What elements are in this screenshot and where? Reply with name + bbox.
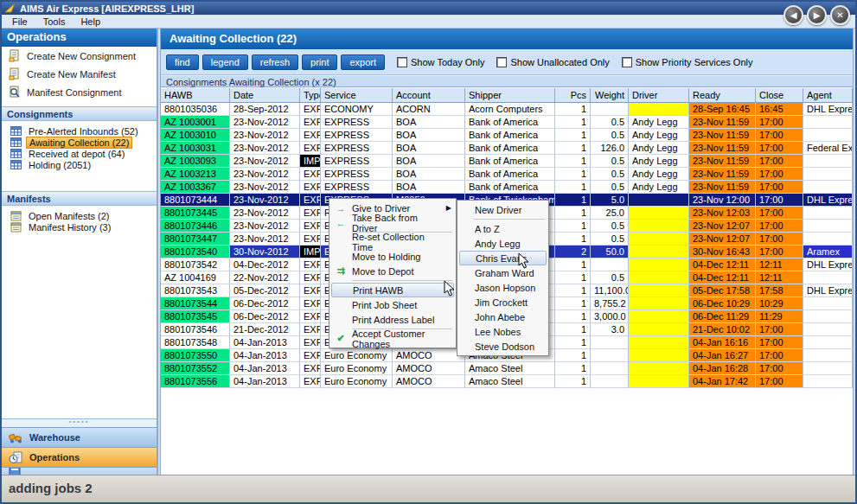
sidebar-tab-operations[interactable]: Operations — [2, 447, 157, 467]
sidebar-action-create-new-manifest[interactable]: Create New Manifest — [2, 65, 157, 83]
menu-item-graham-ward[interactable]: Graham Ward — [457, 265, 548, 280]
menu-item-take-back-from-driver[interactable]: ←Take Back from Driver — [329, 215, 456, 230]
menu-item-lee-nobes[interactable]: Lee Nobes — [457, 324, 548, 339]
checkbox-show-today-only[interactable]: Show Today Only — [397, 57, 484, 67]
column-header-pcs[interactable]: Pcs — [555, 88, 591, 103]
forward-button[interactable]: ▶ — [807, 5, 827, 25]
cell-hawb: 8801073545 — [161, 310, 230, 323]
column-header-account[interactable]: Account — [393, 88, 465, 103]
column-header-weight[interactable]: Weight — [591, 88, 629, 103]
cell-date: 23-Nov-2012 — [230, 233, 300, 246]
cell-hawb: 8801073447 — [161, 233, 230, 246]
export-button[interactable]: export — [341, 54, 385, 70]
sidebar-action-create-new-consignment[interactable]: Create New Consignment — [2, 47, 157, 65]
cell-pcs: 1 — [555, 181, 591, 194]
table-row[interactable]: AZ 100309323-Nov-2012IMPEXPRESSBOABank o… — [161, 155, 853, 168]
menu-item-print-hawb[interactable]: Print HAWB — [331, 283, 454, 297]
context-menu: →Give to Driver▶←Take Back from DriverRe… — [329, 198, 457, 348]
cell-date: 22-Nov-2012 — [230, 271, 300, 284]
sidebar-item-manifest-history-3[interactable]: Manifest History (3) — [2, 221, 157, 233]
legend-button[interactable]: legend — [202, 54, 248, 70]
cell-close: 12:11 — [756, 258, 803, 271]
column-header-hawb[interactable]: HAWB — [161, 88, 230, 103]
arrow-left-green-icon: ← — [334, 218, 348, 228]
cell-pcs: 1 — [555, 375, 591, 388]
menubar-item-help[interactable]: Help — [74, 16, 107, 28]
menu-item-accept-customer-changes[interactable]: ✔Accept Customer Changes — [329, 331, 456, 346]
menu-separator — [473, 219, 545, 220]
sidebar-action-manifest-consignment[interactable]: Manifest Consignment — [2, 83, 157, 101]
table-row[interactable]: AZ 100321323-Nov-2012EXPEXPRESSBOABank o… — [161, 168, 853, 181]
cell-type: EXP — [300, 181, 321, 194]
column-header-date[interactable]: Date — [230, 88, 300, 103]
menu-item-chris-evans[interactable]: Chris Evans — [459, 251, 547, 265]
table-row[interactable]: 880107355604-Jan-2013EXPEuro EconomyAMOC… — [161, 375, 853, 388]
cell-driver — [629, 258, 689, 271]
column-header-agent[interactable]: Agent — [803, 88, 853, 103]
cell-service: EXPRESS — [321, 142, 393, 155]
column-header-ready[interactable]: Ready — [689, 88, 756, 103]
sidebar-item-open-manifests-2[interactable]: Open Manifests (2) — [2, 210, 157, 221]
menu-item-jason-hopson[interactable]: Jason Hopson — [457, 280, 548, 295]
column-header-service[interactable]: Service — [321, 88, 393, 103]
splitter-grip-icon[interactable]: ••••• — [2, 419, 157, 427]
cell-pcs: 1 — [555, 103, 591, 116]
menu-item-a-to-z[interactable]: A to Z — [457, 221, 548, 236]
cell-type: EXP — [300, 362, 321, 375]
cell-weight: 0.5 — [591, 181, 629, 194]
column-header-type[interactable]: Type — [300, 88, 321, 103]
section-header-manifests: Manifests — [2, 191, 157, 206]
table-row[interactable]: 880103503628-Sep-2012EXPECONOMYACORNAcor… — [161, 103, 853, 116]
find-button[interactable]: find — [166, 54, 199, 70]
menu-item-re-set-collection-time[interactable]: Re-set Collection Time — [329, 234, 456, 249]
cell-date: 23-Nov-2012 — [230, 194, 300, 207]
menu-item-print-address-label[interactable]: Print Address Label — [329, 312, 456, 327]
close-button[interactable]: ✕ — [830, 5, 850, 25]
cell-agent: DHL Express — [803, 194, 853, 207]
sidebar-tab-warehouse[interactable]: Warehouse — [2, 427, 157, 447]
column-header-driver[interactable]: Driver — [629, 88, 689, 103]
cell-type: EXP — [300, 284, 321, 297]
cell-date: 23-Nov-2012 — [230, 155, 300, 168]
sidebar-item-holding-2051[interactable]: Holding (2051) — [2, 159, 157, 170]
sidebar-item-label: Pre-Alerted Inbounds (52) — [26, 126, 141, 137]
back-button[interactable]: ◀ — [783, 5, 803, 25]
menu-item-jim-crockett[interactable]: Jim Crockett — [457, 295, 548, 309]
table-row[interactable]: AZ 100300123-Nov-2012EXPEXPRESSBOABank o… — [161, 116, 853, 129]
checkbox-box-icon[interactable] — [496, 57, 507, 67]
menu-item-steve-dodson[interactable]: Steve Dodson — [457, 339, 548, 354]
column-header-shipper[interactable]: Shipper — [465, 88, 555, 103]
print-button[interactable]: print — [302, 54, 337, 70]
menu-item-andy-legg[interactable]: Andy Legg — [457, 236, 548, 251]
column-header-close[interactable]: Close — [756, 88, 803, 103]
sidebar-item-pre-alerted-inbounds-52[interactable]: Pre-Alerted Inbounds (52) — [2, 125, 157, 137]
checkbox-show-priority-services-only[interactable]: Show Priority Services Only — [622, 57, 753, 67]
refresh-button[interactable]: refresh — [252, 54, 298, 70]
cell-account: BOA — [393, 181, 465, 194]
menu-item-new-driver[interactable]: New Driver — [457, 202, 548, 217]
menubar-item-file[interactable]: File — [5, 16, 35, 28]
checkbox-show-unallocated-only[interactable]: Show Unallocated Only — [496, 57, 609, 67]
cell-agent — [803, 116, 853, 129]
menubar-item-tools[interactable]: Tools — [36, 16, 73, 28]
menu-item-move-to-holding[interactable]: Move to Holding — [329, 249, 456, 264]
table-row[interactable]: 880107355204-Jan-2013EXPEuro EconomyAMOC… — [161, 362, 853, 375]
checkbox-box-icon[interactable] — [622, 57, 632, 67]
menu-item-move-to-depot[interactable]: ⇉Move to Depot — [329, 264, 456, 278]
sidebar-tab-label: Warehouse — [29, 432, 80, 443]
sidebar-item-awaiting-collection-22[interactable]: Awaiting Collection (22) — [2, 137, 157, 148]
cell-weight: 3,000.0 — [591, 310, 629, 323]
table-row[interactable]: AZ 100303123-Nov-2012EXPEXPRESSBOABank o… — [161, 142, 853, 155]
cell-pcs: 1 — [555, 271, 591, 284]
list-grid-icon — [10, 149, 22, 158]
menu-item-label: Print Address Label — [352, 315, 434, 325]
menu-item-print-job-sheet[interactable]: Print Job Sheet — [329, 297, 456, 312]
table-row[interactable]: AZ 100336723-Nov-2012EXPEXPRESSBOABank o… — [161, 181, 853, 194]
cell-type: EXP — [300, 336, 321, 349]
menu-item-john-abebe[interactable]: John Abebe — [457, 309, 548, 324]
table-row[interactable]: AZ 100301023-Nov-2012EXPEXPRESSBOABank o… — [161, 129, 853, 142]
cell-hawb: 8801073546 — [161, 323, 230, 336]
sidebar-item-received-at-depot-64[interactable]: Received at depot (64) — [2, 148, 157, 159]
checkbox-box-icon[interactable] — [397, 57, 407, 67]
sidebar-tab-partial[interactable] — [2, 467, 157, 475]
